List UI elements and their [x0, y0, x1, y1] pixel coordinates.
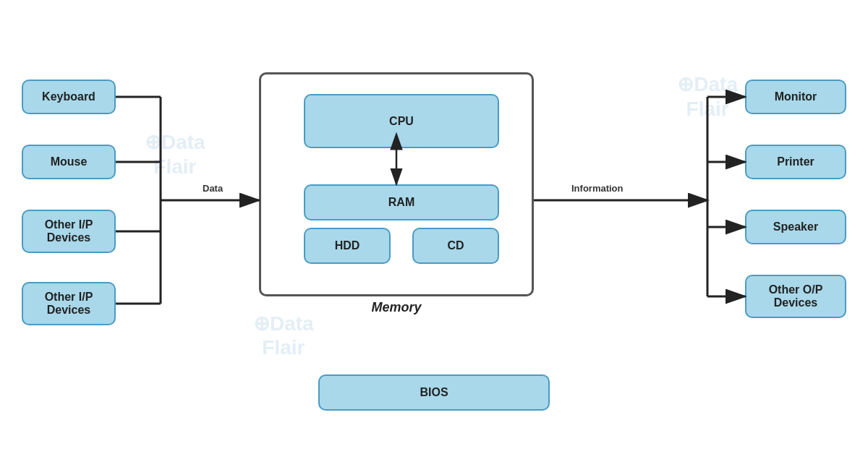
- svg-text:Data: Data: [203, 183, 224, 194]
- other-op-label: Other O/PDevices: [769, 283, 823, 309]
- memory-label: Memory: [259, 300, 534, 315]
- other-ip-1-box: Other I/PDevices: [22, 210, 116, 253]
- keyboard-label: Keyboard: [42, 90, 95, 103]
- other-op-box: Other O/PDevices: [745, 275, 846, 318]
- bios-box: BIOS: [318, 374, 550, 411]
- svg-text:Information: Information: [571, 183, 624, 194]
- cd-label: CD: [447, 239, 464, 252]
- speaker-label: Speaker: [773, 220, 818, 234]
- mouse-label: Mouse: [51, 155, 88, 168]
- keyboard-box: Keyboard: [22, 80, 116, 114]
- cpu-label: CPU: [389, 115, 414, 128]
- monitor-label: Monitor: [775, 90, 817, 103]
- watermark-2: ⊕DataFlair: [677, 72, 738, 121]
- printer-box: Printer: [745, 145, 846, 179]
- hdd-box: HDD: [304, 228, 391, 264]
- other-ip-1-label: Other I/PDevices: [45, 218, 93, 244]
- bios-label: BIOS: [420, 386, 448, 399]
- other-ip-2-box: Other I/PDevices: [22, 282, 116, 325]
- ram-box: RAM: [304, 184, 499, 220]
- hdd-label: HDD: [335, 239, 360, 252]
- watermark-1: ⊕DataFlair: [145, 130, 205, 179]
- cd-box: CD: [412, 228, 499, 264]
- watermark-3: ⊕DataFlair: [253, 312, 314, 360]
- mouse-box: Mouse: [22, 145, 116, 179]
- ram-label: RAM: [388, 196, 414, 209]
- other-ip-2-label: Other I/PDevices: [45, 291, 93, 317]
- printer-label: Printer: [777, 155, 814, 168]
- speaker-box: Speaker: [745, 210, 846, 244]
- cpu-box: CPU: [304, 94, 499, 148]
- monitor-box: Monitor: [745, 80, 846, 114]
- diagram-container: ⊕DataFlair ⊕DataFlair ⊕DataFlair Keyboar…: [0, 0, 868, 454]
